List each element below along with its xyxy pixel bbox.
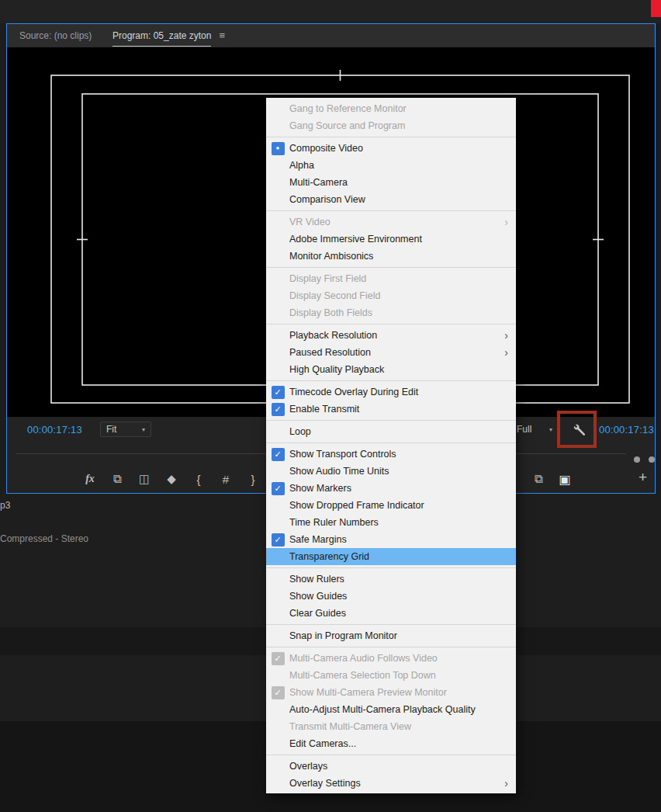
menu-item-playback-resolution[interactable]: Playback Resolution› bbox=[266, 327, 516, 344]
playback-resolution-dropdown[interactable]: Full ▾ bbox=[511, 422, 558, 437]
mark-in-icon[interactable]: { bbox=[192, 473, 206, 486]
menu-item-multi-camera[interactable]: Multi-Camera bbox=[266, 174, 516, 191]
menu-item-loop[interactable]: Loop bbox=[266, 423, 516, 440]
menu-item-timecode-overlay-during-edit[interactable]: ✓Timecode Overlay During Edit bbox=[266, 383, 516, 401]
menu-item-show-transport-controls[interactable]: ✓Show Transport Controls bbox=[266, 446, 516, 463]
menu-item-label: Comparison View bbox=[289, 194, 365, 205]
menu-item-gutter: ✓ bbox=[266, 686, 289, 699]
menu-item-gutter: ✓ bbox=[266, 386, 289, 399]
menu-item-enable-transmit[interactable]: ✓Enable Transmit bbox=[266, 401, 516, 418]
monitor-settings-menu: Gang to Reference MonitorGang Source and… bbox=[266, 98, 516, 793]
menu-item-label: Show Rulers bbox=[289, 574, 344, 585]
zoom-level-dropdown[interactable]: Fit ▾ bbox=[100, 422, 151, 437]
menu-separator bbox=[266, 567, 516, 568]
duration-timecode: 00:00:17:13 bbox=[599, 424, 654, 435]
menu-item-show-markers[interactable]: ✓Show Markers bbox=[266, 480, 516, 497]
menu-separator bbox=[266, 624, 516, 625]
checkmark-icon: ✓ bbox=[272, 386, 285, 399]
global-fx-mute-icon[interactable]: fx bbox=[83, 473, 97, 485]
menu-item-label: Show Markers bbox=[289, 483, 351, 494]
submenu-arrow-icon: › bbox=[504, 347, 511, 358]
mark-out-icon[interactable]: } bbox=[246, 473, 260, 486]
menu-item-display-first-field: Display First Field bbox=[266, 270, 516, 287]
radio-selected-icon: ● bbox=[272, 142, 285, 155]
checkmark-icon: ✓ bbox=[272, 482, 285, 495]
chevron-down-icon: ▾ bbox=[549, 426, 552, 433]
safe-margins-toggle-icon[interactable]: ▣ bbox=[558, 472, 572, 487]
submenu-arrow-icon: › bbox=[504, 217, 511, 227]
menu-item-alpha[interactable]: Alpha bbox=[266, 157, 516, 174]
menu-item-show-audio-time-units[interactable]: Show Audio Time Units bbox=[266, 463, 516, 480]
menu-item-label: Edit Cameras... bbox=[289, 738, 356, 749]
menu-separator bbox=[266, 442, 516, 443]
export-frame-icon[interactable]: ◫ bbox=[137, 472, 151, 486]
menu-item-comparison-view[interactable]: Comparison View bbox=[266, 191, 516, 208]
menu-item-gutter: ✓ bbox=[266, 533, 289, 547]
menu-item-composite-video[interactable]: ●Composite Video bbox=[266, 140, 516, 157]
zoom-scrollbar-handle-left[interactable] bbox=[634, 456, 640, 463]
menu-item-overlays[interactable]: Overlays bbox=[266, 758, 516, 775]
add-marker-icon[interactable]: ◆ bbox=[164, 472, 178, 486]
menu-item-label: Timecode Overlay During Edit bbox=[289, 387, 418, 397]
menu-item-transmit-multi-camera-view: Transmit Multi-Camera View bbox=[266, 718, 516, 735]
menu-item-snap-in-program-monitor[interactable]: Snap in Program Monitor bbox=[266, 627, 516, 644]
wrench-highlight-rectangle bbox=[557, 411, 597, 448]
menu-item-label: Show Audio Time Units bbox=[289, 466, 389, 477]
menu-item-transparency-grid[interactable]: Transparency Grid bbox=[266, 548, 516, 565]
safe-margins-grid-icon[interactable]: # bbox=[219, 473, 233, 486]
menu-item-high-quality-playback[interactable]: High Quality Playback bbox=[266, 361, 516, 378]
menu-item-label: Snap in Program Monitor bbox=[289, 630, 397, 641]
tab-program-label: Program: 05_zate zyton bbox=[112, 25, 211, 47]
menu-separator bbox=[266, 755, 516, 755]
transport-left-group: fx⧉◫◆{#} bbox=[83, 465, 260, 493]
menu-item-show-rulers[interactable]: Show Rulers bbox=[266, 571, 516, 588]
menu-item-gutter: ✓ bbox=[266, 482, 289, 495]
menu-item-auto-adjust-multi-camera-playback-quality[interactable]: Auto-Adjust Multi-Camera Playback Qualit… bbox=[266, 701, 516, 718]
menu-item-label: Adobe Immersive Environment bbox=[289, 234, 422, 245]
menu-item-label: Show Dropped Frame Indicator bbox=[289, 500, 424, 511]
menu-item-safe-margins[interactable]: ✓Safe Margins bbox=[266, 531, 516, 548]
menu-item-multi-camera-selection-top-down: Multi-Camera Selection Top Down bbox=[266, 667, 516, 684]
multi-camera-view-icon[interactable]: ⧉ bbox=[531, 472, 545, 486]
menu-item-label: Gang Source and Program bbox=[289, 120, 405, 131]
menu-item-paused-resolution[interactable]: Paused Resolution› bbox=[266, 344, 516, 361]
menu-item-label: Time Ruler Numbers bbox=[289, 517, 379, 528]
menu-item-label: Show Multi-Camera Preview Monitor bbox=[289, 687, 447, 698]
menu-item-gang-source-and-program: Gang Source and Program bbox=[266, 117, 516, 134]
menu-item-label: Transparency Grid bbox=[289, 551, 369, 562]
menu-item-clear-guides[interactable]: Clear Guides bbox=[266, 605, 516, 622]
menu-item-monitor-ambisonics[interactable]: Monitor Ambisonics bbox=[266, 248, 516, 265]
window-topbar bbox=[0, 0, 661, 23]
menu-item-edit-cameras[interactable]: Edit Cameras... bbox=[266, 735, 516, 752]
panel-header: Source: (no clips) Program: 05_zate zyto… bbox=[7, 24, 655, 47]
zoom-scrollbar-handle-right[interactable] bbox=[649, 456, 655, 463]
submenu-arrow-icon: › bbox=[504, 778, 511, 789]
menu-item-multi-camera-audio-follows-video: ✓Multi-Camera Audio Follows Video bbox=[266, 650, 516, 667]
tab-program-monitor[interactable]: Program: 05_zate zyton ≡ bbox=[112, 24, 225, 47]
menu-item-label: Multi-Camera Audio Follows Video bbox=[289, 653, 438, 664]
menu-separator bbox=[266, 137, 516, 137]
menu-item-label: Overlays bbox=[289, 761, 327, 772]
menu-item-label: Multi-Camera Selection Top Down bbox=[289, 670, 436, 681]
menu-item-label: Playback Resolution bbox=[289, 330, 377, 341]
menu-item-time-ruler-numbers[interactable]: Time Ruler Numbers bbox=[266, 514, 516, 531]
menu-item-label: Gang to Reference Monitor bbox=[289, 103, 407, 114]
menu-item-gutter: ✓ bbox=[266, 652, 289, 665]
playback-resolution-value: Full bbox=[517, 424, 531, 435]
menu-item-gutter: ● bbox=[266, 142, 289, 155]
menu-separator bbox=[266, 324, 516, 324]
button-editor-add-icon[interactable]: + bbox=[639, 469, 647, 486]
close-button[interactable] bbox=[651, 0, 661, 17]
panel-menu-icon[interactable]: ≡ bbox=[219, 24, 225, 47]
audio-format-label: Compressed - Stereo bbox=[0, 533, 88, 544]
tab-source-monitor[interactable]: Source: (no clips) bbox=[19, 24, 92, 47]
submenu-arrow-icon: › bbox=[504, 330, 511, 341]
clip-name-label: p3 bbox=[0, 500, 10, 511]
menu-item-overlay-settings[interactable]: Overlay Settings› bbox=[266, 775, 516, 792]
comparison-view-icon[interactable]: ⧉ bbox=[110, 472, 124, 486]
menu-item-label: Clear Guides bbox=[289, 608, 346, 619]
menu-item-show-guides[interactable]: Show Guides bbox=[266, 588, 516, 605]
menu-item-label: Overlay Settings bbox=[289, 778, 361, 789]
menu-item-show-dropped-frame-indicator[interactable]: Show Dropped Frame Indicator bbox=[266, 497, 516, 514]
menu-item-adobe-immersive-environment[interactable]: Adobe Immersive Environment bbox=[266, 231, 516, 248]
